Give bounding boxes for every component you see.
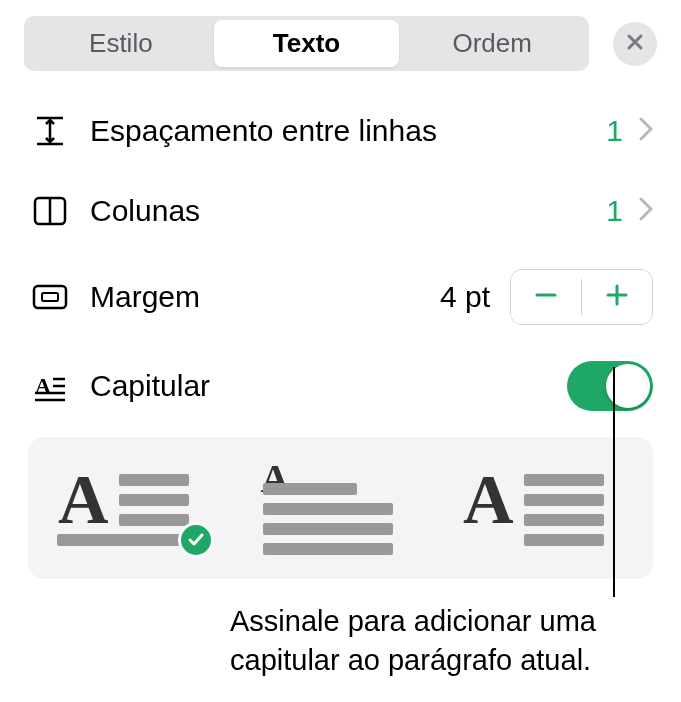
annotation-leader-line <box>613 367 615 597</box>
tab-text[interactable]: Texto <box>214 20 400 67</box>
annotation-text: Assinale para adicionar uma capitular ao… <box>230 602 660 680</box>
dropcap-icon: A <box>28 364 72 408</box>
tab-bar: Estilo Texto Ordem <box>0 0 681 91</box>
dropcap-label: Capitular <box>90 369 567 403</box>
row-columns[interactable]: Colunas 1 <box>0 171 681 251</box>
margin-increase-button[interactable] <box>582 270 652 324</box>
dropcap-preview-lines <box>299 483 410 555</box>
dropcap-toggle[interactable] <box>567 361 653 411</box>
tab-segments: Estilo Texto Ordem <box>24 16 589 71</box>
dropcap-preview-lines <box>524 474 623 546</box>
svg-rect-2 <box>34 286 66 308</box>
columns-icon <box>28 189 72 233</box>
line-spacing-label: Espaçamento entre linhas <box>90 114 606 148</box>
dropcap-style-inset[interactable]: A <box>58 470 208 546</box>
margin-icon <box>28 275 72 319</box>
dropcap-preview-letter: A <box>463 474 514 527</box>
tab-style[interactable]: Estilo <box>28 20 214 67</box>
row-margin: Margem 4 pt <box>0 251 681 343</box>
dropcap-style-raised[interactable]: A <box>261 461 411 555</box>
close-button[interactable] <box>613 22 657 66</box>
tab-order[interactable]: Ordem <box>399 20 585 67</box>
margin-label: Margem <box>90 280 440 314</box>
dropcap-style-outdent[interactable]: A <box>463 470 623 546</box>
minus-icon <box>533 282 559 312</box>
columns-label: Colunas <box>90 194 606 228</box>
selected-check-icon <box>178 522 214 558</box>
chevron-right-icon <box>639 197 653 225</box>
row-line-spacing[interactable]: Espaçamento entre linhas 1 <box>0 91 681 171</box>
plus-icon <box>604 282 630 312</box>
line-spacing-icon <box>28 109 72 153</box>
margin-stepper <box>510 269 653 325</box>
line-spacing-value: 1 <box>606 114 623 148</box>
margin-decrease-button[interactable] <box>511 270 581 324</box>
close-icon <box>625 32 645 56</box>
dropcap-styles-panel: A A A <box>28 437 653 579</box>
columns-value: 1 <box>606 194 623 228</box>
margin-value: 4 pt <box>440 280 490 314</box>
chevron-right-icon <box>639 117 653 145</box>
dropcap-preview-letter: A <box>58 474 109 527</box>
svg-rect-3 <box>42 293 58 301</box>
row-dropcap: A Capitular <box>0 343 681 429</box>
